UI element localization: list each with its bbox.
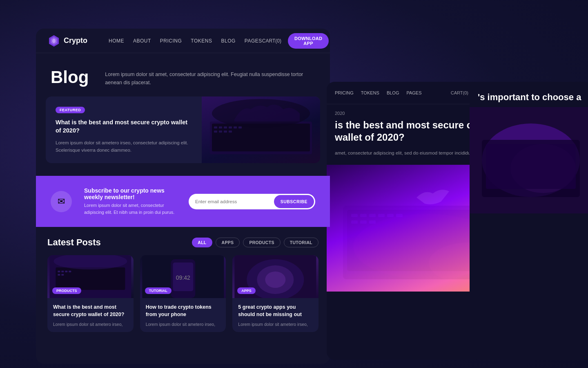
svg-rect-6 — [219, 126, 222, 128]
post-badge-1: PRODUCTS — [52, 287, 81, 294]
post-cards: PRODUCTS What is the best and most secur… — [47, 255, 318, 332]
nav-link-about[interactable]: ABOUT — [133, 38, 151, 44]
nav-link-tokens[interactable]: TOKENS — [191, 38, 212, 44]
post-card-text-3: Lorem ipsum dolor sit ametero irseo, — [238, 321, 313, 328]
post-card-1[interactable]: PRODUCTS What is the best and most secur… — [47, 255, 134, 332]
featured-title: What is the best and most secure crypto … — [56, 118, 192, 135]
featured-content: FEATURED What is the best and most secur… — [46, 96, 202, 163]
latest-posts-header: Latest Posts ALL APPS PRODUCTS TUTORIAL — [47, 237, 318, 248]
svg-rect-11 — [214, 130, 217, 132]
filter-tab-products[interactable]: PRODUCTS — [243, 238, 280, 247]
post-card-title-3: 5 great crypto apps you should not be mi… — [238, 304, 313, 318]
filter-tabs: ALL APPS PRODUCTS TUTORIAL — [192, 238, 318, 247]
nav-link-pricing[interactable]: PRICING — [160, 38, 182, 44]
nav-link-blog[interactable]: BLOG — [221, 38, 235, 44]
cart-label[interactable]: CART(0) — [262, 38, 281, 44]
newsletter-description: Lorem ipsum dolor sit amet, consectetur … — [84, 202, 176, 215]
post-card-title-1: What is the best and most secure crypto … — [53, 304, 128, 318]
blog-header: Blog Lorem ipsum dolor sit amet, consect… — [36, 53, 330, 96]
latest-posts-section: Latest Posts ALL APPS PRODUCTS TUTORIAL — [36, 237, 330, 332]
svg-rect-21 — [69, 271, 71, 272]
featured-post[interactable]: FEATURED What is the best and most secur… — [46, 96, 320, 163]
svg-rect-12 — [219, 130, 222, 132]
svg-rect-23 — [61, 274, 64, 276]
newsletter-text: Subscribe to our crypto news weekly news… — [84, 187, 176, 215]
svg-rect-7 — [224, 126, 227, 128]
svg-rect-14 — [229, 130, 232, 132]
filter-tab-all[interactable]: ALL — [192, 238, 212, 247]
post-card-text-1: Lorem ipsum dolor sit ametero irseo, — [53, 321, 128, 328]
svg-rect-18 — [58, 271, 60, 272]
sc-nav-pages[interactable]: PAGES — [406, 90, 421, 95]
blog-description: Lorem ipsum dolor sit amet, consectetur … — [105, 68, 315, 87]
nav-logo[interactable]: Crypto — [47, 34, 87, 47]
svg-rect-50 — [486, 144, 576, 189]
nav-link-pages[interactable]: PAGES — [245, 38, 262, 44]
post-card-3[interactable]: APPS 5 great crypto apps you should not … — [232, 255, 318, 332]
logo-text: Crypto — [64, 36, 87, 45]
svg-rect-8 — [229, 126, 232, 128]
envelope-icon: ✉ — [58, 196, 65, 207]
sc-nav-blog[interactable]: BLOG — [387, 90, 399, 95]
third-card-title: 's important to choose a — [470, 82, 588, 107]
main-nav: Crypto HOME ABOUT PRICING TOKENS BLOG PA… — [36, 29, 330, 53]
third-card: 's important to choose a — [470, 82, 588, 360]
post-card-title-2: How to trade crypto tokens from your pho… — [146, 304, 220, 318]
svg-text:09:42: 09:42 — [176, 274, 190, 281]
sc-cart-label[interactable]: CART(0) — [451, 90, 468, 95]
svg-rect-19 — [61, 271, 64, 272]
sc-nav-links: PRICING TOKENS BLOG PAGES — [335, 90, 422, 95]
nav-link-home[interactable]: HOME — [109, 38, 124, 44]
post-badge-3: APPS — [237, 287, 256, 294]
newsletter-title: Subscribe to our crypto news weekly news… — [84, 187, 176, 200]
featured-image — [202, 96, 320, 163]
filter-tab-tutorial[interactable]: TUTORIAL — [284, 238, 318, 247]
blog-title-col: Blog — [51, 68, 89, 87]
nav-links: HOME ABOUT PRICING TOKENS BLOG PAGES — [109, 38, 262, 44]
filter-tab-apps[interactable]: APPS — [216, 238, 240, 247]
newsletter-form[interactable]: SUBSCRIBE — [189, 194, 315, 209]
third-card-image — [470, 107, 588, 213]
svg-rect-13 — [224, 130, 227, 132]
svg-rect-10 — [238, 126, 242, 128]
logo-icon — [47, 34, 60, 47]
svg-point-32 — [265, 272, 286, 288]
post-card-image-3: APPS — [232, 255, 318, 298]
featured-badge: FEATURED — [56, 107, 85, 113]
blog-title: Blog — [51, 68, 89, 87]
svg-rect-9 — [234, 126, 237, 128]
newsletter-icon-wrap: ✉ — [51, 191, 72, 212]
nav-right: CART(0) DOWNLOAD APP — [262, 33, 329, 49]
post-card-text-2: Lorem ipsum dolor sit ametero irseo, — [146, 321, 220, 328]
subscribe-button[interactable]: SUBSCRIBE — [274, 195, 314, 208]
newsletter-banner: ✉ Subscribe to our crypto news weekly ne… — [36, 176, 330, 227]
post-card-image-2: 09:42 TUTORIAL — [140, 255, 226, 298]
post-card-content-1: What is the best and most secure crypto … — [47, 298, 134, 332]
email-input[interactable] — [189, 195, 273, 208]
sc-nav-tokens[interactable]: TOKENS — [361, 90, 379, 95]
post-card-2[interactable]: 09:42 TUTORIAL How to trade crypto token… — [140, 255, 226, 332]
download-button[interactable]: DOWNLOAD APP — [288, 33, 329, 49]
svg-rect-20 — [65, 271, 67, 272]
post-card-content-2: How to trade crypto tokens from your pho… — [140, 298, 226, 332]
laptop-illustration — [202, 96, 320, 163]
latest-posts-title: Latest Posts — [47, 237, 101, 248]
svg-rect-5 — [214, 126, 217, 128]
featured-text: Lorem ipsum dolor sit ametero irseo, con… — [56, 139, 192, 154]
svg-rect-22 — [58, 274, 60, 276]
third-card-svg — [470, 107, 588, 213]
sc-nav-pricing[interactable]: PRICING — [335, 90, 354, 95]
post-card-image-1: PRODUCTS — [47, 255, 134, 298]
post-card-content-3: 5 great crypto apps you should not be mi… — [232, 298, 318, 332]
post-badge-2: TUTORIAL — [145, 287, 172, 294]
